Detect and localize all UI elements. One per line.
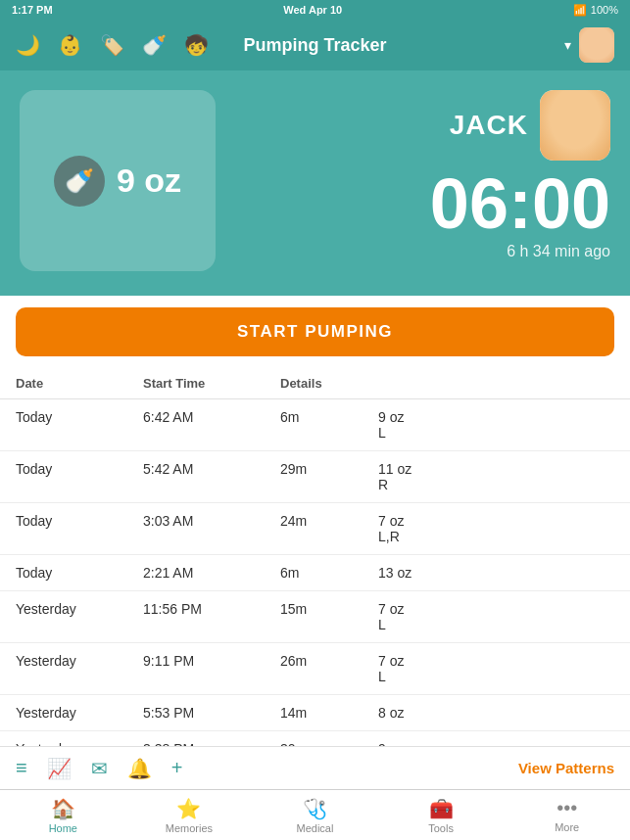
row-date: Yesterday xyxy=(16,705,143,721)
tab-tools-label: Tools xyxy=(428,822,454,834)
row-duration: 6m xyxy=(280,565,378,581)
table-row[interactable]: Yesterday 9:11 PM 26m 7 oz L xyxy=(0,643,630,695)
bell-icon[interactable]: 🔔 xyxy=(127,757,152,780)
row-date: Today xyxy=(16,409,143,441)
tab-home[interactable]: 🏠 Home xyxy=(0,797,126,834)
col-details: Details xyxy=(280,376,378,391)
table-header: Date Start Time Details xyxy=(0,368,630,399)
sleep-icon[interactable]: 🌙 xyxy=(16,33,40,57)
hero-baby-row: JACK xyxy=(450,90,610,161)
tab-medical-label: Medical xyxy=(297,822,334,834)
bottom-toolbar: ≡ 📈 ✉ 🔔 + View Patterns xyxy=(0,746,630,789)
tools-tab-icon: 🧰 xyxy=(429,797,454,820)
row-detail: 7 oz L xyxy=(378,653,614,684)
mail-icon[interactable]: ✉ xyxy=(91,757,108,780)
start-pumping-button[interactable]: START PUMPING xyxy=(16,307,614,356)
tab-tools[interactable]: 🧰 Tools xyxy=(378,797,505,834)
hero-ago: 6 h 34 min ago xyxy=(507,243,610,260)
hero-oz: 9 oz xyxy=(117,162,181,200)
tab-home-label: Home xyxy=(49,822,77,834)
hero-baby-photo xyxy=(540,90,610,161)
tab-bar: 🏠 Home ⭐ Memories 🩺 Medical 🧰 Tools ••• … xyxy=(0,789,630,840)
row-date: Today xyxy=(16,513,143,544)
row-detail: 13 oz xyxy=(378,565,614,581)
tab-memories-label: Memories xyxy=(166,822,213,834)
home-tab-icon: 🏠 xyxy=(51,797,75,820)
status-icons: 📶 100% xyxy=(573,4,618,17)
col-extra xyxy=(378,376,614,391)
hero-time: 06:00 xyxy=(430,168,610,239)
col-date: Date xyxy=(16,376,143,391)
hero-section: 🍼 9 oz JACK 06:00 6 h 34 min ago xyxy=(0,70,630,296)
row-detail: 7 oz L,R xyxy=(378,513,614,544)
avatar-image xyxy=(579,27,614,63)
baby-icon[interactable]: 👶 xyxy=(58,33,82,57)
row-date: Yesterday xyxy=(16,653,143,684)
tab-medical[interactable]: 🩺 Medical xyxy=(252,797,378,834)
more-tab-icon: ••• xyxy=(557,797,577,819)
row-detail: 7 oz L xyxy=(378,601,614,632)
row-duration: 29m xyxy=(280,461,378,492)
bottle-icon: 🍼 xyxy=(54,156,105,207)
tab-memories[interactable]: ⭐ Memories xyxy=(126,797,253,834)
avatar[interactable] xyxy=(579,27,614,63)
baby-photo-inner xyxy=(540,90,610,161)
view-patterns-button[interactable]: View Patterns xyxy=(518,760,614,776)
row-duration: 14m xyxy=(280,705,378,721)
add-icon[interactable]: + xyxy=(171,757,183,779)
table-row[interactable]: Yesterday 11:56 PM 15m 7 oz L xyxy=(0,591,630,643)
bottle-nav-icon[interactable]: 🍼 xyxy=(142,33,167,57)
row-start-time: 9:11 PM xyxy=(143,653,280,684)
row-start-time: 2:21 AM xyxy=(143,565,280,581)
tab-more-label: More xyxy=(555,821,579,833)
row-duration: 26m xyxy=(280,653,378,684)
tag-icon[interactable]: 🏷️ xyxy=(100,33,124,57)
row-start-time: 5:53 PM xyxy=(143,705,280,721)
col-start-time: Start Time xyxy=(143,376,280,391)
row-detail: 9 oz L xyxy=(378,409,614,441)
list-icon[interactable]: ≡ xyxy=(16,757,27,779)
table-row[interactable]: Today 3:03 AM 24m 7 oz L,R xyxy=(0,503,630,555)
status-date: Wed Apr 10 xyxy=(283,4,342,16)
row-start-time: 3:03 AM xyxy=(143,513,280,544)
row-detail: 11 oz R xyxy=(378,461,614,492)
toolbar-icons: ≡ 📈 ✉ 🔔 + xyxy=(16,757,182,780)
table-row[interactable]: Today 2:21 AM 6m 13 oz xyxy=(0,555,630,591)
medical-tab-icon: 🩺 xyxy=(303,797,327,820)
start-button-wrap: START PUMPING xyxy=(0,296,630,368)
battery-icon: 100% xyxy=(591,4,618,16)
table-row[interactable]: Yesterday 5:53 PM 14m 8 oz xyxy=(0,695,630,731)
nav-icons-left: 🌙 👶 🏷️ 🍼 🧒 xyxy=(16,33,209,57)
hero-card: 🍼 9 oz xyxy=(20,90,216,271)
dropdown-icon[interactable]: ▾ xyxy=(564,37,571,53)
status-time: 1:17 PM xyxy=(12,4,53,16)
status-bar: 1:17 PM Wed Apr 10 📶 100% xyxy=(0,0,630,20)
table-row[interactable]: Today 6:42 AM 6m 9 oz L xyxy=(0,399,630,451)
row-start-time: 5:42 AM xyxy=(143,461,280,492)
row-date: Yesterday xyxy=(16,601,143,632)
table-section: Date Start Time Details Today 6:42 AM 6m… xyxy=(0,368,630,783)
nav-right: ▾ xyxy=(564,27,614,63)
wifi-icon: 📶 xyxy=(573,4,587,17)
row-start-time: 6:42 AM xyxy=(143,409,280,441)
memories-tab-icon: ⭐ xyxy=(176,797,201,820)
chart-icon[interactable]: 📈 xyxy=(47,757,72,780)
table-row[interactable]: Today 5:42 AM 29m 11 oz R xyxy=(0,451,630,503)
table-rows: Today 6:42 AM 6m 9 oz L Today 5:42 AM 29… xyxy=(0,399,630,783)
row-duration: 15m xyxy=(280,601,378,632)
row-duration: 24m xyxy=(280,513,378,544)
tab-more[interactable]: ••• More xyxy=(504,797,630,833)
nav-title: Pumping Tracker xyxy=(243,35,386,56)
hero-right: JACK 06:00 6 h 34 min ago xyxy=(430,90,610,260)
row-duration: 6m xyxy=(280,409,378,441)
row-start-time: 11:56 PM xyxy=(143,601,280,632)
row-date: Today xyxy=(16,461,143,492)
hero-baby-name: JACK xyxy=(450,110,528,141)
nav-bar: 🌙 👶 🏷️ 🍼 🧒 Pumping Tracker ▾ xyxy=(0,20,630,70)
row-detail: 8 oz xyxy=(378,705,614,721)
row-date: Today xyxy=(16,565,143,581)
child-icon[interactable]: 🧒 xyxy=(184,33,209,57)
